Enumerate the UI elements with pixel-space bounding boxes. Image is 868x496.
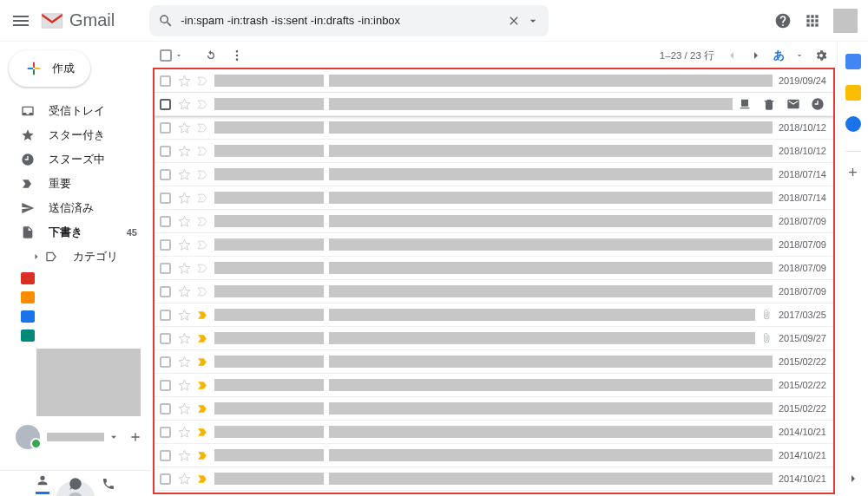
sidebar-item-inbox[interactable]: 受信トレイ: [0, 99, 151, 123]
clear-icon[interactable]: [507, 14, 521, 28]
rail-app-2[interactable]: [845, 116, 861, 132]
select-dropdown-icon[interactable]: [174, 51, 183, 60]
importance-icon[interactable]: [196, 286, 209, 297]
mail-row[interactable]: 2018/07/09: [155, 280, 833, 303]
mail-row[interactable]: 2017/03/25: [155, 303, 833, 327]
row-checkbox[interactable]: [160, 333, 171, 344]
row-checkbox[interactable]: [160, 99, 171, 110]
row-checkbox[interactable]: [160, 427, 171, 438]
importance-icon[interactable]: [196, 216, 209, 227]
help-icon[interactable]: [774, 12, 792, 29]
star-icon[interactable]: [178, 473, 191, 486]
importance-icon[interactable]: [196, 75, 209, 87]
importance-icon[interactable]: [196, 380, 209, 391]
importance-icon[interactable]: [196, 99, 209, 110]
sidebar-item-clock[interactable]: スヌーズ中: [0, 147, 151, 172]
mail-row[interactable]: 2018/07/09: [155, 257, 833, 280]
star-icon[interactable]: [178, 262, 191, 275]
row-checkbox[interactable]: [160, 146, 171, 157]
row-checkbox[interactable]: [160, 286, 171, 297]
importance-icon[interactable]: [196, 403, 209, 414]
star-icon[interactable]: [178, 215, 191, 228]
row-checkbox[interactable]: [160, 403, 171, 414]
profile-avatar[interactable]: [833, 9, 858, 33]
mail-row[interactable]: 2015/02/22: [155, 397, 833, 421]
importance-icon[interactable]: [196, 310, 209, 321]
label-color-dot[interactable]: [21, 310, 35, 323]
star-icon[interactable]: [178, 145, 191, 158]
rail-add-icon[interactable]: +: [848, 169, 858, 177]
snooze-icon[interactable]: [811, 97, 825, 111]
row-checkbox[interactable]: [160, 473, 171, 485]
star-icon[interactable]: [178, 332, 191, 345]
label-color-dot[interactable]: [21, 330, 35, 342]
star-icon[interactable]: [178, 98, 191, 111]
mail-row[interactable]: 2018/07/14: [155, 163, 833, 186]
next-icon[interactable]: [749, 49, 763, 62]
importance-icon[interactable]: [196, 193, 209, 204]
mail-row[interactable]: 2018/10/12: [155, 140, 833, 163]
search-box[interactable]: [149, 5, 549, 36]
importance-icon[interactable]: [196, 122, 209, 134]
rail-collapse-icon[interactable]: [846, 472, 860, 486]
mail-row[interactable]: 2015/02/22: [155, 350, 833, 374]
row-checkbox[interactable]: [160, 169, 171, 180]
label-color-dot[interactable]: [21, 272, 35, 284]
select-all-checkbox[interactable]: [160, 49, 172, 62]
more-icon[interactable]: [230, 49, 244, 62]
star-icon[interactable]: [178, 379, 191, 392]
ime-dropdown-icon[interactable]: [795, 51, 804, 60]
delete-icon[interactable]: [762, 97, 776, 111]
star-icon[interactable]: [178, 75, 191, 88]
importance-icon[interactable]: [196, 146, 209, 157]
sidebar-item-caret[interactable]: カテゴリ: [0, 245, 151, 269]
importance-icon[interactable]: [196, 427, 209, 438]
mark-read-icon[interactable]: [786, 97, 800, 111]
search-icon[interactable]: [158, 13, 174, 29]
row-checkbox[interactable]: [160, 450, 171, 461]
sidebar-item-star[interactable]: スター付き: [0, 123, 151, 147]
row-checkbox[interactable]: [160, 356, 171, 368]
mail-row[interactable]: 2015/09/27: [155, 327, 833, 350]
importance-icon[interactable]: [196, 356, 209, 368]
rail-app-0[interactable]: [845, 54, 861, 69]
mail-row[interactable]: 2014/10/21: [155, 421, 833, 444]
mail-row[interactable]: 2015/02/22: [155, 374, 833, 397]
ime-indicator[interactable]: あ: [773, 48, 785, 63]
mail-row[interactable]: 2014/10/21: [155, 444, 833, 467]
importance-icon[interactable]: [196, 263, 209, 274]
gmail-logo[interactable]: Gmail: [40, 10, 115, 30]
sidebar-item-importance[interactable]: 重要: [0, 172, 151, 196]
search-input[interactable]: [174, 14, 502, 27]
star-icon[interactable]: [178, 238, 191, 251]
row-checkbox[interactable]: [160, 193, 171, 204]
menu-icon[interactable]: [10, 10, 31, 31]
row-checkbox[interactable]: [160, 310, 171, 321]
star-icon[interactable]: [178, 121, 191, 134]
mail-row[interactable]: [155, 93, 833, 116]
importance-icon[interactable]: [196, 333, 209, 344]
phone-tab-icon[interactable]: [102, 477, 115, 491]
label-color-dot[interactable]: [21, 291, 35, 303]
mail-row[interactable]: 2018/07/09: [155, 233, 833, 257]
search-dropdown-icon[interactable]: [526, 14, 540, 28]
row-checkbox[interactable]: [160, 380, 171, 391]
archive-icon[interactable]: [738, 97, 752, 111]
star-icon[interactable]: [178, 402, 191, 415]
star-icon[interactable]: [178, 285, 191, 298]
apps-icon[interactable]: [804, 12, 821, 29]
row-checkbox[interactable]: [160, 122, 171, 134]
settings-icon[interactable]: [814, 49, 828, 62]
mail-row[interactable]: 2014/10/21: [155, 467, 833, 491]
importance-icon[interactable]: [196, 473, 209, 485]
sidebar-item-draft[interactable]: 下書き45: [0, 220, 151, 245]
importance-icon[interactable]: [196, 169, 209, 180]
row-checkbox[interactable]: [160, 75, 171, 87]
importance-icon[interactable]: [196, 239, 209, 251]
refresh-icon[interactable]: [204, 49, 218, 62]
hangouts-tab-icon[interactable]: [69, 477, 82, 491]
prev-icon[interactable]: [725, 49, 739, 62]
star-icon[interactable]: [178, 426, 191, 439]
star-icon[interactable]: [178, 309, 191, 322]
rail-app-1[interactable]: [845, 85, 861, 101]
